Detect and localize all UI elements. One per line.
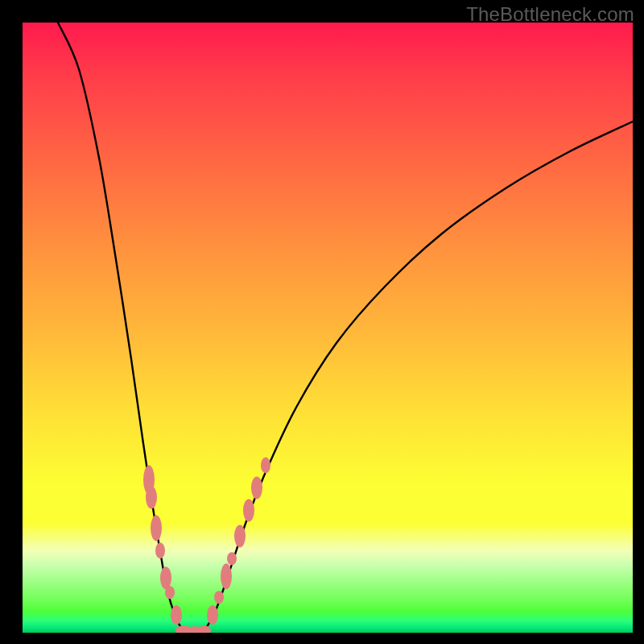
right-scatter-point	[251, 477, 262, 499]
right-scatter-point	[261, 457, 270, 473]
right-scatter-point	[221, 564, 232, 589]
bottom-scatter-point	[198, 625, 211, 633]
left-scatter-point	[160, 567, 171, 589]
left-scatter-point	[146, 486, 157, 509]
bottleneck-curve-right	[200, 122, 633, 633]
right-scatter-point	[207, 605, 218, 625]
left-scatter-point	[151, 515, 162, 541]
plot-area	[23, 23, 633, 633]
bottleneck-curve-left	[58, 23, 188, 633]
left-scatter-point	[171, 605, 182, 625]
chart-frame: TheBottleneck.com	[0, 0, 644, 644]
right-scatter-point	[227, 552, 237, 565]
right-scatter-point	[243, 499, 254, 522]
watermark-text: TheBottleneck.com	[466, 3, 634, 26]
right-scatter-point	[234, 525, 246, 547]
left-scatter-point	[165, 586, 175, 599]
left-scatter-point	[155, 543, 165, 559]
curve-overlay	[23, 23, 633, 633]
right-scatter-point	[214, 591, 224, 604]
